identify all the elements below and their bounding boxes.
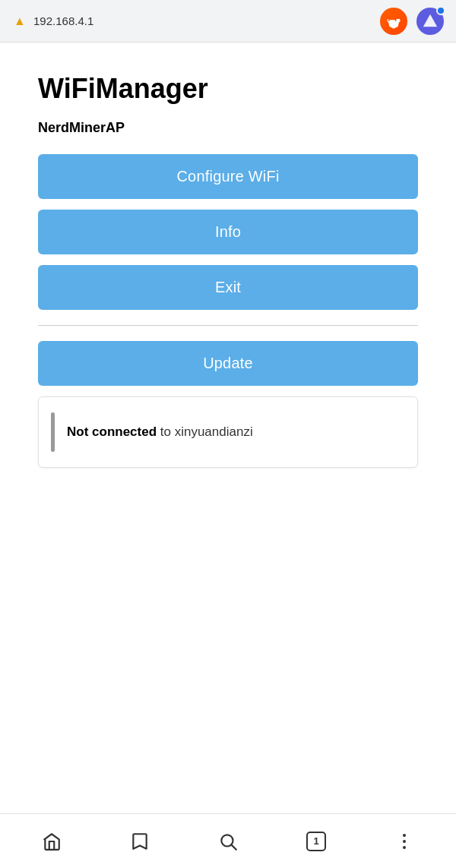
bookmark-icon <box>130 832 150 851</box>
vpn-logo-icon <box>422 13 439 30</box>
status-bar-indicator <box>51 412 55 452</box>
brave-logo-icon <box>385 13 402 30</box>
bookmark-nav-item[interactable] <box>119 820 161 863</box>
main-content: WiFiManager NerdMinerAP Configure WiFi I… <box>0 43 456 813</box>
home-nav-item[interactable] <box>30 820 73 863</box>
svg-line-2 <box>232 844 236 849</box>
status-suffix: to xinyuandianzi <box>157 425 253 439</box>
page-title: WiFiManager <box>38 73 418 105</box>
svg-marker-0 <box>423 14 437 27</box>
status-prefix: Not connected <box>67 425 157 439</box>
update-button[interactable]: Update <box>38 341 418 386</box>
menu-nav-item[interactable] <box>383 820 426 863</box>
browser-icons <box>380 8 444 35</box>
brave-icon[interactable] <box>380 8 407 35</box>
bottom-nav: 1 <box>0 813 456 868</box>
home-icon <box>42 832 62 851</box>
tab-count: 1 <box>306 832 326 851</box>
search-icon <box>218 832 238 851</box>
section-divider <box>38 325 418 326</box>
exit-button[interactable]: Exit <box>38 265 418 310</box>
network-name: NerdMinerAP <box>38 120 418 136</box>
vpn-badge <box>436 6 445 15</box>
configure-wifi-button[interactable]: Configure WiFi <box>38 154 418 199</box>
tabs-nav-item[interactable]: 1 <box>295 820 337 863</box>
browser-bar: ▲ 192.168.4.1 <box>0 0 456 43</box>
url-bar[interactable]: 192.168.4.1 <box>33 14 93 27</box>
vpn-icon[interactable] <box>416 8 444 35</box>
more-options-icon <box>403 834 406 849</box>
info-button[interactable]: Info <box>38 210 418 254</box>
browser-bar-left: ▲ 192.168.4.1 <box>12 14 93 29</box>
warning-icon: ▲ <box>12 14 27 29</box>
status-text: Not connected to xinyuandianzi <box>67 425 253 440</box>
search-nav-item[interactable] <box>207 820 249 863</box>
status-card: Not connected to xinyuandianzi <box>38 396 418 468</box>
